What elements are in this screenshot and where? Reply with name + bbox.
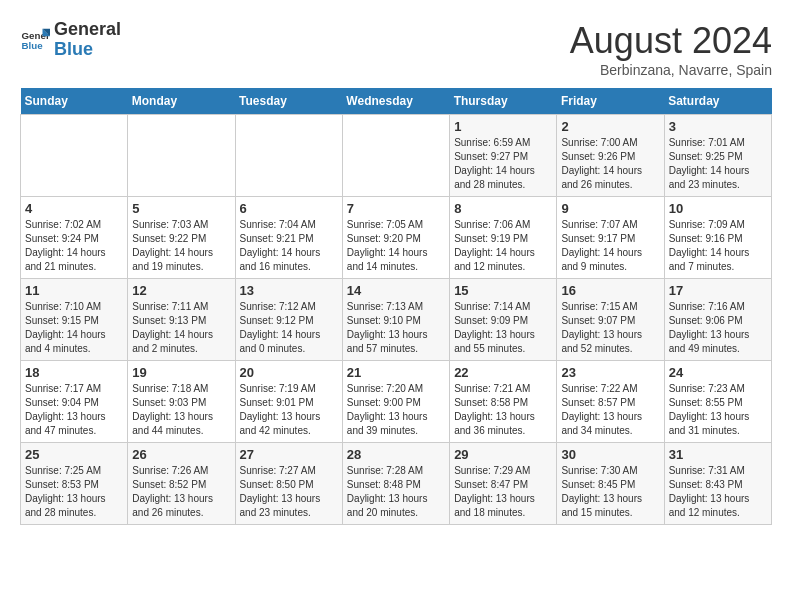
calendar-week-row: 11Sunrise: 7:10 AMSunset: 9:15 PMDayligh…	[21, 279, 772, 361]
calendar-day-cell: 14Sunrise: 7:13 AMSunset: 9:10 PMDayligh…	[342, 279, 449, 361]
day-info: Sunrise: 7:09 AMSunset: 9:16 PMDaylight:…	[669, 218, 767, 274]
day-info: Sunrise: 7:14 AMSunset: 9:09 PMDaylight:…	[454, 300, 552, 356]
day-of-week-header: Wednesday	[342, 88, 449, 115]
day-number: 19	[132, 365, 230, 380]
day-info: Sunrise: 7:16 AMSunset: 9:06 PMDaylight:…	[669, 300, 767, 356]
calendar-day-cell: 8Sunrise: 7:06 AMSunset: 9:19 PMDaylight…	[450, 197, 557, 279]
month-title: August 2024	[570, 20, 772, 62]
day-number: 3	[669, 119, 767, 134]
day-number: 26	[132, 447, 230, 462]
calendar-day-cell: 31Sunrise: 7:31 AMSunset: 8:43 PMDayligh…	[664, 443, 771, 525]
day-info: Sunrise: 7:15 AMSunset: 9:07 PMDaylight:…	[561, 300, 659, 356]
day-number: 6	[240, 201, 338, 216]
calendar-day-cell: 27Sunrise: 7:27 AMSunset: 8:50 PMDayligh…	[235, 443, 342, 525]
page-header: General Blue General Blue August 2024 Be…	[20, 20, 772, 78]
calendar-day-cell: 24Sunrise: 7:23 AMSunset: 8:55 PMDayligh…	[664, 361, 771, 443]
day-number: 22	[454, 365, 552, 380]
calendar-day-cell: 10Sunrise: 7:09 AMSunset: 9:16 PMDayligh…	[664, 197, 771, 279]
day-info: Sunrise: 7:21 AMSunset: 8:58 PMDaylight:…	[454, 382, 552, 438]
day-number: 25	[25, 447, 123, 462]
day-info: Sunrise: 7:02 AMSunset: 9:24 PMDaylight:…	[25, 218, 123, 274]
day-number: 31	[669, 447, 767, 462]
calendar-day-cell: 20Sunrise: 7:19 AMSunset: 9:01 PMDayligh…	[235, 361, 342, 443]
day-info: Sunrise: 7:01 AMSunset: 9:25 PMDaylight:…	[669, 136, 767, 192]
calendar-table: SundayMondayTuesdayWednesdayThursdayFrid…	[20, 88, 772, 525]
calendar-day-cell	[21, 115, 128, 197]
day-info: Sunrise: 7:28 AMSunset: 8:48 PMDaylight:…	[347, 464, 445, 520]
day-info: Sunrise: 7:27 AMSunset: 8:50 PMDaylight:…	[240, 464, 338, 520]
day-number: 23	[561, 365, 659, 380]
day-info: Sunrise: 7:20 AMSunset: 9:00 PMDaylight:…	[347, 382, 445, 438]
calendar-day-cell: 16Sunrise: 7:15 AMSunset: 9:07 PMDayligh…	[557, 279, 664, 361]
day-number: 4	[25, 201, 123, 216]
calendar-day-cell: 4Sunrise: 7:02 AMSunset: 9:24 PMDaylight…	[21, 197, 128, 279]
calendar-day-cell: 3Sunrise: 7:01 AMSunset: 9:25 PMDaylight…	[664, 115, 771, 197]
day-number: 24	[669, 365, 767, 380]
day-number: 7	[347, 201, 445, 216]
day-number: 18	[25, 365, 123, 380]
logo: General Blue General Blue	[20, 20, 121, 60]
calendar-day-cell: 21Sunrise: 7:20 AMSunset: 9:00 PMDayligh…	[342, 361, 449, 443]
day-info: Sunrise: 7:11 AMSunset: 9:13 PMDaylight:…	[132, 300, 230, 356]
calendar-day-cell: 7Sunrise: 7:05 AMSunset: 9:20 PMDaylight…	[342, 197, 449, 279]
day-number: 2	[561, 119, 659, 134]
day-number: 10	[669, 201, 767, 216]
day-number: 21	[347, 365, 445, 380]
calendar-day-cell	[128, 115, 235, 197]
day-number: 30	[561, 447, 659, 462]
day-of-week-header: Friday	[557, 88, 664, 115]
calendar-week-row: 18Sunrise: 7:17 AMSunset: 9:04 PMDayligh…	[21, 361, 772, 443]
calendar-day-cell: 6Sunrise: 7:04 AMSunset: 9:21 PMDaylight…	[235, 197, 342, 279]
calendar-day-cell: 9Sunrise: 7:07 AMSunset: 9:17 PMDaylight…	[557, 197, 664, 279]
day-info: Sunrise: 7:00 AMSunset: 9:26 PMDaylight:…	[561, 136, 659, 192]
calendar-day-cell	[342, 115, 449, 197]
day-of-week-header: Sunday	[21, 88, 128, 115]
day-number: 5	[132, 201, 230, 216]
day-of-week-header: Saturday	[664, 88, 771, 115]
day-info: Sunrise: 7:17 AMSunset: 9:04 PMDaylight:…	[25, 382, 123, 438]
day-number: 28	[347, 447, 445, 462]
day-of-week-header: Monday	[128, 88, 235, 115]
calendar-day-cell: 19Sunrise: 7:18 AMSunset: 9:03 PMDayligh…	[128, 361, 235, 443]
day-info: Sunrise: 7:29 AMSunset: 8:47 PMDaylight:…	[454, 464, 552, 520]
calendar-day-cell: 28Sunrise: 7:28 AMSunset: 8:48 PMDayligh…	[342, 443, 449, 525]
day-of-week-header: Tuesday	[235, 88, 342, 115]
day-info: Sunrise: 7:25 AMSunset: 8:53 PMDaylight:…	[25, 464, 123, 520]
calendar-week-row: 4Sunrise: 7:02 AMSunset: 9:24 PMDaylight…	[21, 197, 772, 279]
day-number: 12	[132, 283, 230, 298]
day-number: 8	[454, 201, 552, 216]
calendar-body: 1Sunrise: 6:59 AMSunset: 9:27 PMDaylight…	[21, 115, 772, 525]
day-info: Sunrise: 7:03 AMSunset: 9:22 PMDaylight:…	[132, 218, 230, 274]
day-info: Sunrise: 7:31 AMSunset: 8:43 PMDaylight:…	[669, 464, 767, 520]
day-info: Sunrise: 7:10 AMSunset: 9:15 PMDaylight:…	[25, 300, 123, 356]
calendar-day-cell: 12Sunrise: 7:11 AMSunset: 9:13 PMDayligh…	[128, 279, 235, 361]
calendar-day-cell: 30Sunrise: 7:30 AMSunset: 8:45 PMDayligh…	[557, 443, 664, 525]
day-number: 15	[454, 283, 552, 298]
day-info: Sunrise: 7:07 AMSunset: 9:17 PMDaylight:…	[561, 218, 659, 274]
calendar-day-cell	[235, 115, 342, 197]
calendar-day-cell: 13Sunrise: 7:12 AMSunset: 9:12 PMDayligh…	[235, 279, 342, 361]
calendar-day-cell: 17Sunrise: 7:16 AMSunset: 9:06 PMDayligh…	[664, 279, 771, 361]
day-number: 11	[25, 283, 123, 298]
calendar-day-cell: 5Sunrise: 7:03 AMSunset: 9:22 PMDaylight…	[128, 197, 235, 279]
day-info: Sunrise: 7:18 AMSunset: 9:03 PMDaylight:…	[132, 382, 230, 438]
calendar-day-cell: 23Sunrise: 7:22 AMSunset: 8:57 PMDayligh…	[557, 361, 664, 443]
day-info: Sunrise: 7:12 AMSunset: 9:12 PMDaylight:…	[240, 300, 338, 356]
day-number: 14	[347, 283, 445, 298]
calendar-day-cell: 15Sunrise: 7:14 AMSunset: 9:09 PMDayligh…	[450, 279, 557, 361]
calendar-day-cell: 29Sunrise: 7:29 AMSunset: 8:47 PMDayligh…	[450, 443, 557, 525]
calendar-week-row: 25Sunrise: 7:25 AMSunset: 8:53 PMDayligh…	[21, 443, 772, 525]
svg-text:Blue: Blue	[22, 40, 44, 51]
day-number: 13	[240, 283, 338, 298]
day-number: 27	[240, 447, 338, 462]
day-info: Sunrise: 7:22 AMSunset: 8:57 PMDaylight:…	[561, 382, 659, 438]
day-info: Sunrise: 7:13 AMSunset: 9:10 PMDaylight:…	[347, 300, 445, 356]
calendar-week-row: 1Sunrise: 6:59 AMSunset: 9:27 PMDaylight…	[21, 115, 772, 197]
day-number: 9	[561, 201, 659, 216]
day-number: 16	[561, 283, 659, 298]
day-info: Sunrise: 7:04 AMSunset: 9:21 PMDaylight:…	[240, 218, 338, 274]
day-number: 1	[454, 119, 552, 134]
day-info: Sunrise: 7:26 AMSunset: 8:52 PMDaylight:…	[132, 464, 230, 520]
calendar-day-cell: 1Sunrise: 6:59 AMSunset: 9:27 PMDaylight…	[450, 115, 557, 197]
day-number: 17	[669, 283, 767, 298]
